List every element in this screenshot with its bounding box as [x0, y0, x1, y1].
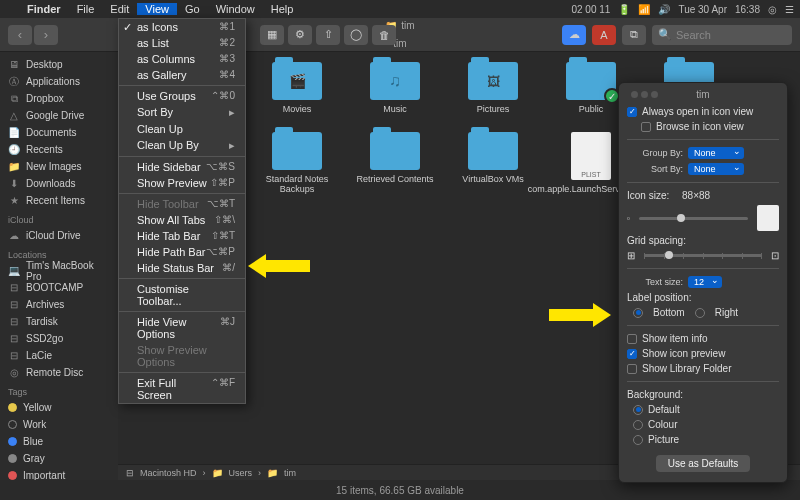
sidebar-item[interactable]: ⬇Downloads	[0, 175, 118, 192]
tag-dot-icon	[8, 437, 17, 446]
file-item[interactable]: Movies	[258, 62, 336, 114]
share-button[interactable]: ⇧	[316, 25, 340, 45]
sidebar-tag[interactable]: Blue	[0, 433, 118, 450]
sidebar-item[interactable]: ⊟SSD2go	[0, 330, 118, 347]
annotation-arrow-1	[248, 254, 310, 278]
menu-go[interactable]: Go	[177, 3, 208, 15]
menuitem-as-icons[interactable]: ✓as Icons⌘1	[119, 19, 245, 35]
sidebar-item[interactable]: ⧉Dropbox	[0, 90, 118, 107]
sidebar-item[interactable]: ⊟LaCie	[0, 347, 118, 364]
checkbox-icon-preview[interactable]: ✓	[627, 349, 637, 359]
app-menu[interactable]: Finder	[19, 3, 69, 15]
menuitem-hide-status-bar[interactable]: Hide Status Bar⌘/	[119, 260, 245, 276]
menuitem-hide-path-bar[interactable]: Hide Path Bar⌥⌘P	[119, 244, 245, 260]
nav-forward-button[interactable]: ›	[34, 25, 58, 45]
search-field[interactable]: 🔍 Search	[652, 25, 792, 45]
traffic-lights[interactable]	[631, 91, 658, 98]
sidebar-item[interactable]: ⊟Tardisk	[0, 313, 118, 330]
status-time[interactable]: 16:38	[735, 4, 760, 15]
view-options-panel[interactable]: tim ✓Always open in icon view Browse in …	[618, 82, 788, 483]
radio-label-bottom[interactable]	[633, 308, 643, 318]
folder-icon: 📁	[267, 468, 278, 478]
select-group-by[interactable]: None	[688, 147, 744, 159]
file-item[interactable]: Retrieved Contents	[356, 132, 434, 194]
menuitem-hide-view-options[interactable]: Hide View Options⌘J	[119, 314, 245, 342]
arrange-button[interactable]: ⚙︎	[288, 25, 312, 45]
checkbox-always-open[interactable]: ✓	[627, 107, 637, 117]
menuitem-clean-up[interactable]: Clean Up	[119, 121, 245, 137]
menu-window[interactable]: Window	[208, 3, 263, 15]
path-segment[interactable]: Macintosh HD	[140, 468, 197, 478]
notification-icon[interactable]: ☰	[785, 4, 794, 15]
menuitem-hide-tab-bar[interactable]: Hide Tab Bar⇧⌘T	[119, 228, 245, 244]
radio-bg-picture[interactable]	[633, 435, 643, 445]
delete-button[interactable]: 🗑	[372, 25, 396, 45]
menu-file[interactable]: File	[69, 3, 103, 15]
menuitem-show-preview[interactable]: Show Preview⇧⌘P	[119, 175, 245, 191]
menuitem-hide-sidebar[interactable]: Hide Sidebar⌥⌘S	[119, 159, 245, 175]
siri-icon[interactable]: ◎	[768, 4, 777, 15]
checkbox-show-library[interactable]	[627, 364, 637, 374]
nav-back-button[interactable]: ‹	[8, 25, 32, 45]
grid-spacing-slider[interactable]	[644, 254, 762, 257]
menuitem-show-preview-options: Show Preview Options	[119, 342, 245, 370]
select-text-size[interactable]: 12	[688, 276, 722, 288]
menuitem-customise-toolbar[interactable]: Customise Toolbar...	[119, 281, 245, 309]
sidebar-item[interactable]: ⒶApplications	[0, 73, 118, 90]
path-segment[interactable]: tim	[284, 468, 296, 478]
file-item[interactable]: Standard Notes Backups	[258, 132, 336, 194]
file-item[interactable]: Music	[356, 62, 434, 114]
menu-edit[interactable]: Edit	[102, 3, 137, 15]
sidebar-item[interactable]: ⊟BOOTCAMP	[0, 279, 118, 296]
menuitem-as-list[interactable]: as List⌘2	[119, 35, 245, 51]
app-icon-1[interactable]: ☁	[562, 25, 586, 45]
view-menu-dropdown: ✓as Icons⌘1 as List⌘2 as Columns⌘3 as Ga…	[118, 18, 246, 404]
search-placeholder: Search	[676, 29, 711, 41]
sidebar-item[interactable]: ⊟Archives	[0, 296, 118, 313]
menu-help[interactable]: Help	[263, 3, 302, 15]
tags-button[interactable]: ◯	[344, 25, 368, 45]
radio-bg-colour[interactable]	[633, 420, 643, 430]
sidebar-item[interactable]: ◎Remote Disc	[0, 364, 118, 381]
icon-size-slider[interactable]	[639, 217, 748, 220]
sidebar-item[interactable]: 🕘Recents	[0, 141, 118, 158]
menuitem-as-columns[interactable]: as Columns⌘3	[119, 51, 245, 67]
sidebar-tag[interactable]: Gray	[0, 450, 118, 467]
use-as-defaults-button[interactable]: Use as Defaults	[656, 455, 751, 472]
checkbox-item-info[interactable]	[627, 334, 637, 344]
sidebar-item[interactable]: 📄Documents	[0, 124, 118, 141]
sidebar-tag[interactable]: Yellow	[0, 399, 118, 416]
folder-icon	[370, 62, 420, 100]
menuitem-use-groups[interactable]: Use Groups⌃⌘0	[119, 88, 245, 104]
sidebar-item[interactable]: 💻Tim's MacBook Pro	[0, 262, 118, 279]
select-sort-by[interactable]: None	[688, 163, 744, 175]
sidebar-tag[interactable]: Important	[0, 467, 118, 480]
status-date[interactable]: Tue 30 Apr	[678, 4, 727, 15]
dropbox-toolbar-icon[interactable]: ⧉	[622, 25, 646, 45]
radio-bg-default[interactable]	[633, 405, 643, 415]
recent-items-icon: ★	[8, 195, 20, 207]
volume-icon[interactable]: 🔊	[658, 4, 670, 15]
radio-label-right[interactable]	[695, 308, 705, 318]
app-icon-2[interactable]: A	[592, 25, 616, 45]
menuitem-sort-by[interactable]: Sort By▸	[119, 104, 245, 121]
search-icon: 🔍	[658, 28, 672, 41]
menuitem-clean-up-by[interactable]: Clean Up By▸	[119, 137, 245, 154]
sidebar-item[interactable]: ★Recent Items	[0, 192, 118, 209]
wifi-icon[interactable]: 📶	[638, 4, 650, 15]
sidebar-item[interactable]: 📁New Images	[0, 158, 118, 175]
sidebar-item[interactable]: ☁iCloud Drive	[0, 227, 118, 244]
menuitem-show-all-tabs[interactable]: Show All Tabs⇧⌘\	[119, 212, 245, 228]
checkbox-browse[interactable]	[641, 122, 651, 132]
menuitem-exit-full-screen[interactable]: Exit Full Screen⌃⌘F	[119, 375, 245, 403]
file-item[interactable]: VirtualBox VMs	[454, 132, 532, 194]
sidebar-item[interactable]: △Google Drive	[0, 107, 118, 124]
sidebar-tag[interactable]: Work	[0, 416, 118, 433]
menuitem-as-gallery[interactable]: as Gallery⌘4	[119, 67, 245, 83]
sidebar: 🖥Desktop ⒶApplications ⧉Dropbox △Google …	[0, 52, 118, 480]
view-switcher-button[interactable]: ▦	[260, 25, 284, 45]
menu-view[interactable]: View	[137, 3, 177, 15]
file-item[interactable]: Pictures	[454, 62, 532, 114]
sidebar-item[interactable]: 🖥Desktop	[0, 56, 118, 73]
path-segment[interactable]: Users	[229, 468, 253, 478]
